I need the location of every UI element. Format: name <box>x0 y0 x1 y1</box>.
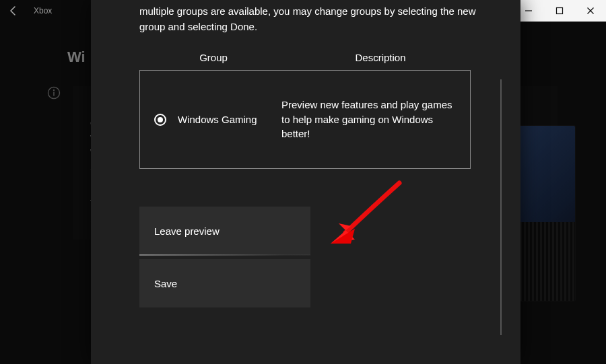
preview-settings-dialog: multiple groups are available, you may c… <box>91 0 520 364</box>
back-button[interactable] <box>0 0 27 22</box>
svg-point-8 <box>158 117 163 122</box>
radio-selected-icon <box>154 113 167 126</box>
svg-point-5 <box>53 89 55 91</box>
svg-rect-1 <box>557 8 563 14</box>
save-button[interactable]: Save <box>139 259 310 307</box>
minimize-icon <box>525 7 533 15</box>
close-button[interactable] <box>575 0 606 22</box>
column-header-group: Group <box>139 52 288 63</box>
leave-preview-button[interactable]: Leave preview <box>139 207 310 255</box>
arrow-left-icon <box>8 5 19 16</box>
table-header: Group Description <box>139 52 473 63</box>
group-description: Preview new features and play games to h… <box>281 98 457 141</box>
leave-preview-label: Leave preview <box>154 225 220 237</box>
column-header-description: Description <box>288 52 473 63</box>
dialog-intro-text: multiple groups are available, you may c… <box>139 0 476 34</box>
maximize-button[interactable] <box>544 0 575 22</box>
maximize-icon <box>556 7 564 15</box>
close-icon <box>586 7 595 15</box>
group-option-windows-gaming[interactable]: Windows Gaming Preview new features and … <box>139 70 471 169</box>
scrollbar[interactable] <box>500 79 502 335</box>
button-highlight <box>139 254 310 256</box>
svg-rect-6 <box>53 92 55 96</box>
window-controls <box>513 0 606 22</box>
group-name: Windows Gaming <box>167 114 281 125</box>
app-title: Xbox <box>27 6 52 15</box>
info-icon <box>47 86 61 100</box>
save-label: Save <box>154 278 177 289</box>
